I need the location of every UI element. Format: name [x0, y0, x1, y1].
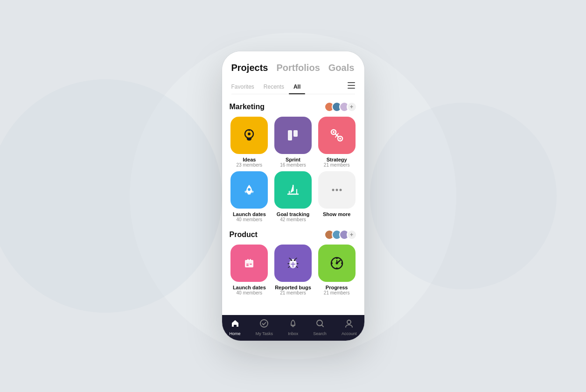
svg-point-14: [339, 138, 341, 140]
progress-name: Progress: [326, 285, 348, 290]
sprint-name: Sprint: [286, 157, 300, 162]
tab-portfolios[interactable]: Portfolios: [276, 63, 320, 75]
svg-rect-26: [246, 264, 249, 265]
section-marketing-title: Marketing: [230, 103, 265, 111]
user-icon: [344, 319, 354, 330]
product-avatar-plus[interactable]: +: [347, 230, 357, 240]
svg-point-31: [290, 259, 292, 261]
bg-decoration-right: [370, 103, 557, 289]
show-more-name: Show more: [323, 211, 350, 217]
svg-line-51: [321, 325, 323, 327]
svg-point-42: [336, 257, 338, 259]
svg-point-43: [331, 262, 333, 264]
project-strategy[interactable]: Strategy 21 members: [317, 117, 357, 168]
svg-rect-8: [293, 130, 298, 137]
svg-point-13: [333, 131, 335, 133]
list-view-icon[interactable]: [348, 82, 355, 94]
svg-point-44: [341, 262, 343, 264]
project-reported-bugs[interactable]: Reported bugs 21 members: [273, 245, 313, 295]
section-product-header: Product +: [230, 230, 357, 240]
nav-mytasks[interactable]: My Tasks: [256, 319, 273, 336]
phone-content: Projects Portfolios Goals Favorites Rece…: [222, 51, 364, 341]
sprint-members: 16 members: [280, 162, 306, 168]
svg-rect-28: [246, 265, 249, 266]
launch-marketing-icon-bg: [230, 171, 268, 209]
section-product: Product +: [230, 230, 357, 295]
svg-rect-27: [250, 264, 252, 265]
svg-rect-16: [248, 193, 251, 195]
svg-point-49: [260, 320, 268, 327]
nav-search-label: Search: [313, 331, 327, 336]
product-avatars: +: [324, 230, 357, 240]
svg-point-22: [339, 189, 342, 191]
strategy-members: 21 members: [324, 162, 350, 168]
show-more-icon-bg: [318, 171, 356, 209]
reported-bugs-name: Reported bugs: [275, 285, 311, 290]
svg-line-38: [296, 266, 298, 267]
svg-point-32: [293, 259, 295, 261]
svg-rect-23: [245, 260, 253, 267]
launch-marketing-members: 40 members: [237, 217, 263, 222]
section-marketing-header: Marketing +: [230, 102, 357, 112]
svg-line-37: [288, 266, 290, 267]
svg-point-48: [335, 262, 338, 265]
bell-icon: [288, 319, 298, 330]
product-projects-grid: Launch dates 40 members: [230, 245, 357, 295]
scroll-area: Marketing +: [222, 94, 364, 315]
subtab-recents[interactable]: Recents: [259, 82, 289, 94]
launch-marketing-name: Launch dates: [233, 211, 266, 217]
nav-home[interactable]: Home: [230, 319, 241, 336]
subtab-all[interactable]: All: [289, 82, 305, 94]
svg-point-6: [248, 133, 251, 135]
project-goal-tracking[interactable]: Goal tracking 42 members: [273, 171, 313, 222]
ideas-icon-bg: [230, 117, 268, 154]
sub-tabs-bar: Favorites Recents All: [231, 82, 355, 94]
svg-point-21: [335, 189, 338, 191]
nav-inbox-label: Inbox: [288, 331, 298, 336]
ideas-members: 23 members: [237, 162, 263, 168]
check-circle-icon: [259, 319, 269, 330]
nav-search[interactable]: Search: [313, 319, 327, 336]
project-launch-product[interactable]: Launch dates 40 members: [230, 245, 270, 295]
project-sprint[interactable]: Sprint 16 members: [273, 117, 313, 168]
strategy-icon-bg: [318, 117, 356, 154]
section-marketing: Marketing +: [230, 102, 357, 222]
phone-frame: Projects Portfolios Goals Favorites Rece…: [222, 51, 364, 341]
svg-point-20: [332, 189, 334, 191]
svg-line-34: [295, 258, 297, 259]
progress-icon-bg: [318, 245, 356, 282]
launch-product-icon-bg: [230, 245, 268, 282]
marketing-avatars: +: [324, 102, 357, 112]
svg-rect-0: [348, 82, 355, 83]
launch-product-name: Launch dates: [233, 285, 266, 290]
tab-goals[interactable]: Goals: [328, 63, 355, 75]
subtab-favorites[interactable]: Favorites: [231, 82, 259, 94]
project-show-more[interactable]: Show more: [317, 171, 357, 222]
svg-rect-7: [288, 130, 292, 140]
launch-product-members: 40 members: [237, 290, 263, 295]
svg-point-45: [336, 267, 338, 269]
main-tabs: Projects Portfolios Goals: [231, 63, 355, 75]
nav-home-label: Home: [230, 331, 241, 336]
ideas-name: Ideas: [243, 157, 256, 162]
marketing-projects-grid: Ideas 23 members Sprint 16 members: [230, 117, 357, 222]
nav-inbox[interactable]: Inbox: [288, 319, 298, 336]
goal-tracking-members: 42 members: [280, 217, 306, 222]
nav-account[interactable]: Account: [342, 319, 357, 336]
svg-rect-2: [348, 88, 355, 89]
project-ideas[interactable]: Ideas 23 members: [230, 117, 270, 168]
nav-mytasks-label: My Tasks: [256, 331, 273, 336]
reported-bugs-icon-bg: [274, 245, 312, 282]
search-icon: [315, 319, 325, 330]
project-launch-marketing[interactable]: Launch dates 40 members: [230, 171, 270, 222]
section-product-title: Product: [230, 231, 258, 239]
svg-rect-25: [250, 259, 251, 261]
goal-tracking-name: Goal tracking: [277, 211, 309, 217]
avatar-plus[interactable]: +: [347, 102, 357, 112]
svg-point-17: [248, 188, 251, 191]
project-progress[interactable]: Progress 21 members: [317, 245, 357, 295]
svg-rect-1: [348, 85, 355, 86]
tab-projects[interactable]: Projects: [231, 63, 268, 75]
progress-members: 21 members: [324, 290, 350, 295]
goal-tracking-icon-bg: [274, 171, 312, 209]
